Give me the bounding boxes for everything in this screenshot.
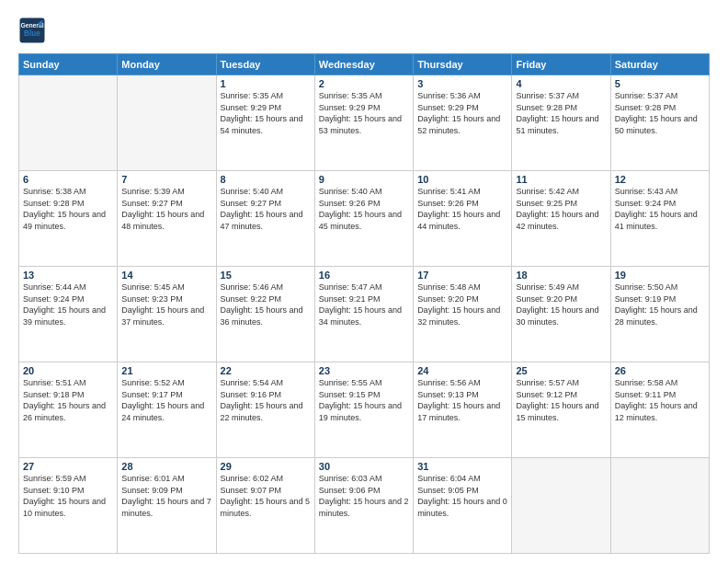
day-cell-2: 2 Sunrise: 5:35 AM Sunset: 9:29 PM Dayli… [314, 75, 413, 171]
calendar-table: SundayMondayTuesdayWednesdayThursdayFrid… [18, 53, 710, 554]
day-info: Sunrise: 5:54 AM Sunset: 9:16 PM Dayligh… [221, 377, 311, 423]
day-cell-12: 12 Sunrise: 5:43 AM Sunset: 9:24 PM Dayl… [610, 171, 709, 267]
day-info: Sunrise: 5:50 AM Sunset: 9:19 PM Dayligh… [615, 282, 705, 327]
day-cell-14: 14 Sunrise: 5:45 AM Sunset: 9:23 PM Dayl… [118, 267, 216, 362]
day-number: 24 [417, 365, 507, 376]
week-row-2: 6 Sunrise: 5:38 AM Sunset: 9:28 PM Dayli… [19, 171, 710, 267]
day-info: Sunrise: 5:37 AM Sunset: 9:28 PM Dayligh… [615, 90, 705, 136]
weekday-header-wednesday: Wednesday [314, 54, 413, 75]
weekday-header-friday: Friday [512, 54, 610, 75]
week-row-4: 20 Sunrise: 5:51 AM Sunset: 9:18 PM Dayl… [19, 362, 710, 458]
day-info: Sunrise: 5:36 AM Sunset: 9:29 PM Dayligh… [417, 90, 507, 136]
weekday-header-monday: Monday [118, 54, 216, 75]
day-number: 21 [121, 365, 211, 376]
day-cell-24: 24 Sunrise: 5:56 AM Sunset: 9:13 PM Dayl… [414, 362, 512, 458]
day-info: Sunrise: 5:45 AM Sunset: 9:23 PM Dayligh… [121, 282, 211, 327]
day-cell-empty-0-1 [118, 75, 216, 171]
day-cell-31: 31 Sunrise: 6:04 AM Sunset: 9:05 PM Dayl… [414, 458, 512, 554]
week-row-1: 1 Sunrise: 5:35 AM Sunset: 9:29 PM Dayli… [19, 75, 710, 171]
day-info: Sunrise: 5:59 AM Sunset: 9:10 PM Dayligh… [23, 473, 113, 519]
day-cell-21: 21 Sunrise: 5:52 AM Sunset: 9:17 PM Dayl… [118, 362, 216, 458]
day-info: Sunrise: 5:48 AM Sunset: 9:20 PM Dayligh… [417, 282, 507, 327]
weekday-header-sunday: Sunday [19, 54, 118, 75]
day-number: 1 [221, 78, 311, 89]
day-number: 28 [121, 461, 211, 472]
week-row-3: 13 Sunrise: 5:44 AM Sunset: 9:24 PM Dayl… [19, 267, 710, 362]
day-number: 8 [221, 174, 311, 185]
day-number: 26 [615, 365, 705, 376]
day-info: Sunrise: 5:57 AM Sunset: 9:12 PM Dayligh… [516, 377, 606, 423]
day-info: Sunrise: 6:02 AM Sunset: 9:07 PM Dayligh… [221, 473, 311, 519]
day-cell-6: 6 Sunrise: 5:38 AM Sunset: 9:28 PM Dayli… [19, 171, 118, 267]
day-info: Sunrise: 5:44 AM Sunset: 9:24 PM Dayligh… [23, 282, 113, 327]
day-cell-16: 16 Sunrise: 5:47 AM Sunset: 9:21 PM Dayl… [314, 267, 413, 362]
day-info: Sunrise: 5:55 AM Sunset: 9:15 PM Dayligh… [319, 377, 409, 423]
day-cell-29: 29 Sunrise: 6:02 AM Sunset: 9:07 PM Dayl… [216, 458, 314, 554]
day-info: Sunrise: 5:52 AM Sunset: 9:17 PM Dayligh… [121, 377, 211, 423]
day-number: 10 [417, 174, 507, 185]
day-info: Sunrise: 5:46 AM Sunset: 9:22 PM Dayligh… [221, 282, 311, 327]
day-number: 16 [319, 270, 409, 281]
day-cell-7: 7 Sunrise: 5:39 AM Sunset: 9:27 PM Dayli… [118, 171, 216, 267]
day-cell-11: 11 Sunrise: 5:42 AM Sunset: 9:25 PM Dayl… [512, 171, 610, 267]
day-number: 22 [221, 365, 311, 376]
day-number: 23 [319, 365, 409, 376]
day-cell-4: 4 Sunrise: 5:37 AM Sunset: 9:28 PM Dayli… [512, 75, 610, 171]
day-info: Sunrise: 5:58 AM Sunset: 9:11 PM Dayligh… [615, 377, 705, 423]
day-cell-19: 19 Sunrise: 5:50 AM Sunset: 9:19 PM Dayl… [610, 267, 709, 362]
day-number: 30 [319, 461, 409, 472]
header: General Blue [18, 17, 710, 44]
day-cell-8: 8 Sunrise: 5:40 AM Sunset: 9:27 PM Dayli… [216, 171, 314, 267]
day-info: Sunrise: 6:04 AM Sunset: 9:05 PM Dayligh… [417, 473, 507, 519]
day-number: 15 [221, 270, 311, 281]
day-cell-9: 9 Sunrise: 5:40 AM Sunset: 9:26 PM Dayli… [314, 171, 413, 267]
day-number: 25 [516, 365, 606, 376]
day-info: Sunrise: 5:43 AM Sunset: 9:24 PM Dayligh… [615, 186, 705, 232]
day-cell-15: 15 Sunrise: 5:46 AM Sunset: 9:22 PM Dayl… [216, 267, 314, 362]
day-cell-23: 23 Sunrise: 5:55 AM Sunset: 9:15 PM Dayl… [314, 362, 413, 458]
day-number: 11 [516, 174, 606, 185]
day-cell-26: 26 Sunrise: 5:58 AM Sunset: 9:11 PM Dayl… [610, 362, 709, 458]
day-cell-20: 20 Sunrise: 5:51 AM Sunset: 9:18 PM Dayl… [19, 362, 118, 458]
day-info: Sunrise: 5:38 AM Sunset: 9:28 PM Dayligh… [23, 186, 113, 232]
day-number: 4 [516, 78, 606, 89]
day-info: Sunrise: 5:39 AM Sunset: 9:27 PM Dayligh… [121, 186, 211, 232]
day-number: 13 [23, 270, 113, 281]
day-number: 29 [221, 461, 311, 472]
logo-icon: General Blue [18, 17, 46, 44]
day-number: 5 [615, 78, 705, 89]
day-cell-10: 10 Sunrise: 5:41 AM Sunset: 9:26 PM Dayl… [414, 171, 512, 267]
day-info: Sunrise: 5:47 AM Sunset: 9:21 PM Dayligh… [319, 282, 409, 327]
day-cell-22: 22 Sunrise: 5:54 AM Sunset: 9:16 PM Dayl… [216, 362, 314, 458]
day-cell-18: 18 Sunrise: 5:49 AM Sunset: 9:20 PM Dayl… [512, 267, 610, 362]
page: General Blue SundayMondayTuesdayWednesda… [0, 0, 728, 563]
day-cell-5: 5 Sunrise: 5:37 AM Sunset: 9:28 PM Dayli… [610, 75, 709, 171]
day-info: Sunrise: 5:37 AM Sunset: 9:28 PM Dayligh… [516, 90, 606, 136]
day-number: 17 [417, 270, 507, 281]
day-info: Sunrise: 6:03 AM Sunset: 9:06 PM Dayligh… [319, 473, 409, 519]
day-cell-27: 27 Sunrise: 5:59 AM Sunset: 9:10 PM Dayl… [19, 458, 118, 554]
day-cell-25: 25 Sunrise: 5:57 AM Sunset: 9:12 PM Dayl… [512, 362, 610, 458]
day-info: Sunrise: 5:40 AM Sunset: 9:26 PM Dayligh… [319, 186, 409, 232]
day-info: Sunrise: 5:42 AM Sunset: 9:25 PM Dayligh… [516, 186, 606, 232]
day-number: 19 [615, 270, 705, 281]
day-number: 2 [319, 78, 409, 89]
day-number: 27 [23, 461, 113, 472]
day-number: 31 [417, 461, 507, 472]
day-number: 18 [516, 270, 606, 281]
day-cell-empty-4-5 [512, 458, 610, 554]
day-info: Sunrise: 5:51 AM Sunset: 9:18 PM Dayligh… [23, 377, 113, 423]
day-number: 20 [23, 365, 113, 376]
day-info: Sunrise: 5:56 AM Sunset: 9:13 PM Dayligh… [417, 377, 507, 423]
day-info: Sunrise: 5:41 AM Sunset: 9:26 PM Dayligh… [417, 186, 507, 232]
day-info: Sunrise: 5:35 AM Sunset: 9:29 PM Dayligh… [221, 90, 311, 136]
day-cell-empty-0-0 [19, 75, 118, 171]
day-number: 3 [417, 78, 507, 89]
svg-text:Blue: Blue [24, 29, 40, 38]
day-info: Sunrise: 6:01 AM Sunset: 9:09 PM Dayligh… [121, 473, 211, 519]
logo: General Blue [18, 17, 46, 44]
day-number: 9 [319, 174, 409, 185]
day-number: 14 [121, 270, 211, 281]
day-info: Sunrise: 5:35 AM Sunset: 9:29 PM Dayligh… [319, 90, 409, 136]
day-info: Sunrise: 5:40 AM Sunset: 9:27 PM Dayligh… [221, 186, 311, 232]
